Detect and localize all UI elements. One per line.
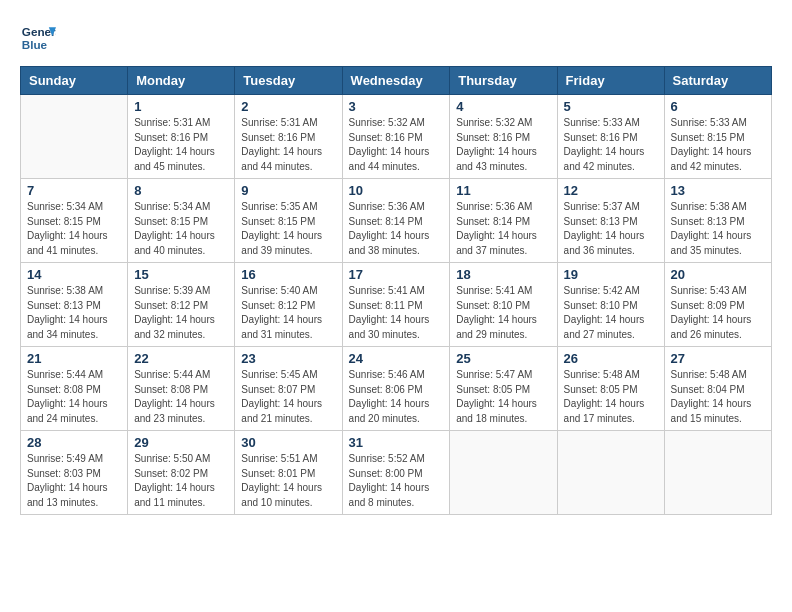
day-info: Sunrise: 5:33 AMSunset: 8:16 PMDaylight:… <box>564 116 658 174</box>
weekday-header-saturday: Saturday <box>664 67 771 95</box>
calendar-cell: 25Sunrise: 5:47 AMSunset: 8:05 PMDayligh… <box>450 347 557 431</box>
day-number: 14 <box>27 267 121 282</box>
day-number: 26 <box>564 351 658 366</box>
day-info: Sunrise: 5:51 AMSunset: 8:01 PMDaylight:… <box>241 452 335 510</box>
day-info: Sunrise: 5:38 AMSunset: 8:13 PMDaylight:… <box>671 200 765 258</box>
day-info: Sunrise: 5:40 AMSunset: 8:12 PMDaylight:… <box>241 284 335 342</box>
day-number: 11 <box>456 183 550 198</box>
day-info: Sunrise: 5:35 AMSunset: 8:15 PMDaylight:… <box>241 200 335 258</box>
day-number: 22 <box>134 351 228 366</box>
weekday-header-thursday: Thursday <box>450 67 557 95</box>
weekday-header-monday: Monday <box>128 67 235 95</box>
calendar-cell: 20Sunrise: 5:43 AMSunset: 8:09 PMDayligh… <box>664 263 771 347</box>
day-number: 19 <box>564 267 658 282</box>
day-info: Sunrise: 5:48 AMSunset: 8:05 PMDaylight:… <box>564 368 658 426</box>
calendar-cell: 30Sunrise: 5:51 AMSunset: 8:01 PMDayligh… <box>235 431 342 515</box>
calendar-cell: 31Sunrise: 5:52 AMSunset: 8:00 PMDayligh… <box>342 431 450 515</box>
calendar-week-row-5: 28Sunrise: 5:49 AMSunset: 8:03 PMDayligh… <box>21 431 772 515</box>
day-number: 4 <box>456 99 550 114</box>
calendar-cell: 3Sunrise: 5:32 AMSunset: 8:16 PMDaylight… <box>342 95 450 179</box>
day-info: Sunrise: 5:48 AMSunset: 8:04 PMDaylight:… <box>671 368 765 426</box>
day-number: 16 <box>241 267 335 282</box>
calendar-cell: 24Sunrise: 5:46 AMSunset: 8:06 PMDayligh… <box>342 347 450 431</box>
page-header: General Blue <box>20 20 772 56</box>
day-number: 29 <box>134 435 228 450</box>
day-number: 21 <box>27 351 121 366</box>
calendar-cell: 26Sunrise: 5:48 AMSunset: 8:05 PMDayligh… <box>557 347 664 431</box>
calendar-cell: 13Sunrise: 5:38 AMSunset: 8:13 PMDayligh… <box>664 179 771 263</box>
day-info: Sunrise: 5:44 AMSunset: 8:08 PMDaylight:… <box>27 368 121 426</box>
day-info: Sunrise: 5:32 AMSunset: 8:16 PMDaylight:… <box>349 116 444 174</box>
day-number: 30 <box>241 435 335 450</box>
day-number: 1 <box>134 99 228 114</box>
day-number: 10 <box>349 183 444 198</box>
calendar-cell: 7Sunrise: 5:34 AMSunset: 8:15 PMDaylight… <box>21 179 128 263</box>
day-number: 25 <box>456 351 550 366</box>
day-info: Sunrise: 5:42 AMSunset: 8:10 PMDaylight:… <box>564 284 658 342</box>
day-info: Sunrise: 5:50 AMSunset: 8:02 PMDaylight:… <box>134 452 228 510</box>
day-number: 2 <box>241 99 335 114</box>
day-number: 24 <box>349 351 444 366</box>
calendar-cell: 14Sunrise: 5:38 AMSunset: 8:13 PMDayligh… <box>21 263 128 347</box>
day-info: Sunrise: 5:31 AMSunset: 8:16 PMDaylight:… <box>241 116 335 174</box>
day-info: Sunrise: 5:41 AMSunset: 8:10 PMDaylight:… <box>456 284 550 342</box>
day-number: 3 <box>349 99 444 114</box>
calendar-cell: 18Sunrise: 5:41 AMSunset: 8:10 PMDayligh… <box>450 263 557 347</box>
calendar-cell <box>450 431 557 515</box>
day-number: 27 <box>671 351 765 366</box>
calendar-cell: 10Sunrise: 5:36 AMSunset: 8:14 PMDayligh… <box>342 179 450 263</box>
calendar-cell: 27Sunrise: 5:48 AMSunset: 8:04 PMDayligh… <box>664 347 771 431</box>
calendar-cell: 2Sunrise: 5:31 AMSunset: 8:16 PMDaylight… <box>235 95 342 179</box>
day-number: 31 <box>349 435 444 450</box>
day-info: Sunrise: 5:45 AMSunset: 8:07 PMDaylight:… <box>241 368 335 426</box>
calendar-cell: 29Sunrise: 5:50 AMSunset: 8:02 PMDayligh… <box>128 431 235 515</box>
day-info: Sunrise: 5:33 AMSunset: 8:15 PMDaylight:… <box>671 116 765 174</box>
calendar-cell: 15Sunrise: 5:39 AMSunset: 8:12 PMDayligh… <box>128 263 235 347</box>
day-info: Sunrise: 5:46 AMSunset: 8:06 PMDaylight:… <box>349 368 444 426</box>
day-number: 15 <box>134 267 228 282</box>
day-info: Sunrise: 5:31 AMSunset: 8:16 PMDaylight:… <box>134 116 228 174</box>
calendar-cell: 5Sunrise: 5:33 AMSunset: 8:16 PMDaylight… <box>557 95 664 179</box>
calendar-cell: 17Sunrise: 5:41 AMSunset: 8:11 PMDayligh… <box>342 263 450 347</box>
day-number: 5 <box>564 99 658 114</box>
calendar-cell: 21Sunrise: 5:44 AMSunset: 8:08 PMDayligh… <box>21 347 128 431</box>
day-info: Sunrise: 5:41 AMSunset: 8:11 PMDaylight:… <box>349 284 444 342</box>
weekday-header-row: SundayMondayTuesdayWednesdayThursdayFrid… <box>21 67 772 95</box>
day-info: Sunrise: 5:47 AMSunset: 8:05 PMDaylight:… <box>456 368 550 426</box>
calendar-week-row-2: 7Sunrise: 5:34 AMSunset: 8:15 PMDaylight… <box>21 179 772 263</box>
calendar-cell: 16Sunrise: 5:40 AMSunset: 8:12 PMDayligh… <box>235 263 342 347</box>
day-info: Sunrise: 5:37 AMSunset: 8:13 PMDaylight:… <box>564 200 658 258</box>
weekday-header-wednesday: Wednesday <box>342 67 450 95</box>
day-info: Sunrise: 5:43 AMSunset: 8:09 PMDaylight:… <box>671 284 765 342</box>
weekday-header-friday: Friday <box>557 67 664 95</box>
calendar-week-row-3: 14Sunrise: 5:38 AMSunset: 8:13 PMDayligh… <box>21 263 772 347</box>
day-number: 28 <box>27 435 121 450</box>
day-info: Sunrise: 5:34 AMSunset: 8:15 PMDaylight:… <box>27 200 121 258</box>
day-number: 13 <box>671 183 765 198</box>
calendar-table: SundayMondayTuesdayWednesdayThursdayFrid… <box>20 66 772 515</box>
calendar-cell: 6Sunrise: 5:33 AMSunset: 8:15 PMDaylight… <box>664 95 771 179</box>
calendar-cell <box>557 431 664 515</box>
day-number: 8 <box>134 183 228 198</box>
calendar-cell <box>21 95 128 179</box>
day-info: Sunrise: 5:39 AMSunset: 8:12 PMDaylight:… <box>134 284 228 342</box>
day-number: 23 <box>241 351 335 366</box>
day-number: 9 <box>241 183 335 198</box>
calendar-cell: 22Sunrise: 5:44 AMSunset: 8:08 PMDayligh… <box>128 347 235 431</box>
day-info: Sunrise: 5:36 AMSunset: 8:14 PMDaylight:… <box>456 200 550 258</box>
logo-icon: General Blue <box>20 20 56 56</box>
day-info: Sunrise: 5:38 AMSunset: 8:13 PMDaylight:… <box>27 284 121 342</box>
calendar-cell: 12Sunrise: 5:37 AMSunset: 8:13 PMDayligh… <box>557 179 664 263</box>
day-info: Sunrise: 5:52 AMSunset: 8:00 PMDaylight:… <box>349 452 444 510</box>
day-info: Sunrise: 5:36 AMSunset: 8:14 PMDaylight:… <box>349 200 444 258</box>
calendar-cell: 19Sunrise: 5:42 AMSunset: 8:10 PMDayligh… <box>557 263 664 347</box>
calendar-cell: 8Sunrise: 5:34 AMSunset: 8:15 PMDaylight… <box>128 179 235 263</box>
calendar-cell: 28Sunrise: 5:49 AMSunset: 8:03 PMDayligh… <box>21 431 128 515</box>
logo: General Blue <box>20 20 56 56</box>
day-info: Sunrise: 5:44 AMSunset: 8:08 PMDaylight:… <box>134 368 228 426</box>
day-number: 17 <box>349 267 444 282</box>
calendar-cell: 9Sunrise: 5:35 AMSunset: 8:15 PMDaylight… <box>235 179 342 263</box>
day-number: 20 <box>671 267 765 282</box>
svg-text:Blue: Blue <box>22 38 48 51</box>
day-number: 12 <box>564 183 658 198</box>
